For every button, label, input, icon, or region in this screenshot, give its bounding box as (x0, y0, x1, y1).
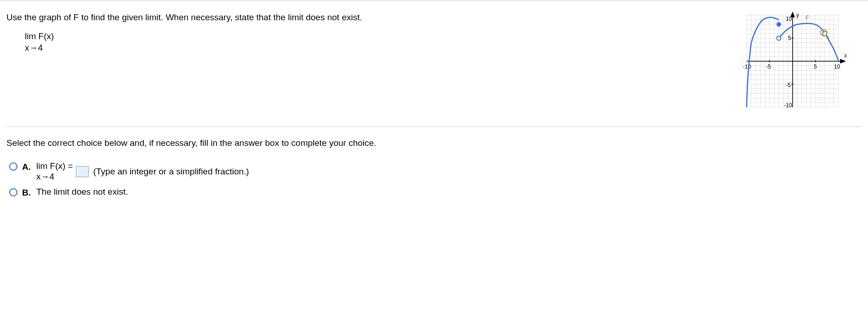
choice-b-text: The limit does not exist. (36, 187, 128, 197)
svg-marker-45 (840, 59, 845, 63)
question-text: Use the graph of F to find the given lim… (6, 11, 733, 53)
tick-y-5: 5 (788, 35, 791, 41)
question-row: Use the graph of F to find the given lim… (6, 11, 862, 112)
choice-b[interactable]: B. The limit does not exist. (6, 187, 862, 198)
choice-a-limit: lim F(x) = x→4 (36, 161, 73, 182)
tick-y-neg5: -5 (786, 82, 791, 88)
limit-bot: x→4 (25, 42, 733, 54)
limit-expression: lim F(x) x→4 (25, 31, 733, 53)
limit-top: lim F(x) (25, 31, 733, 42)
choice-a-hint: (Type an integer or a simplified fractio… (93, 167, 249, 177)
question-prompt: Use the graph of F to find the given lim… (6, 12, 733, 23)
graph-svg: 10 5 -5 -10 -10 -5 5 10 y x F (742, 11, 852, 112)
choice-b-label: B. (22, 187, 31, 198)
tick-x-neg10: -10 (743, 64, 751, 70)
choice-a-label: A. (22, 161, 31, 172)
closed-point-icon (777, 22, 781, 27)
axis-label-y: y (796, 12, 799, 18)
tick-y-neg10: -10 (784, 102, 792, 109)
tick-x-10: 10 (834, 64, 840, 70)
answer-input[interactable] (76, 166, 89, 177)
axis-label-x: x (844, 52, 847, 59)
tick-y-10: 10 (786, 16, 792, 22)
choice-a[interactable]: A. lim F(x) = x→4 (Type an integer or a … (6, 161, 862, 182)
radio-b[interactable] (9, 188, 17, 196)
function-label: F (805, 15, 809, 21)
open-point-icon (777, 36, 781, 40)
tick-x-5: 5 (814, 64, 817, 70)
tick-x-neg5: -5 (766, 64, 771, 70)
choices-intro: Select the correct choice below and, if … (6, 138, 862, 148)
graph[interactable]: 10 5 -5 -10 -10 -5 5 10 y x F (742, 11, 852, 112)
radio-a[interactable] (9, 162, 17, 171)
